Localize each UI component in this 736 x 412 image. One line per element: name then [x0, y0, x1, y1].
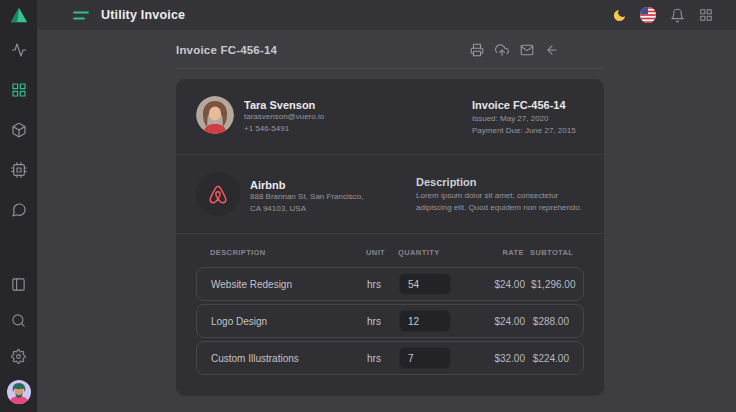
- col-header-description: DESCRIPTION: [210, 248, 360, 257]
- item-subtotal: $288.00: [531, 316, 569, 327]
- invoice-card: Tara Svenson tarasvenson@vuero.io +1 546…: [176, 79, 604, 396]
- language-selector[interactable]: [640, 7, 656, 23]
- back-arrow-icon: [545, 43, 559, 57]
- send-mail-button[interactable]: [519, 42, 535, 58]
- navbar-title: Utility Invoice: [101, 8, 185, 22]
- page-header: Invoice FC-456-14: [176, 42, 604, 69]
- cloud-upload-button[interactable]: [494, 42, 510, 58]
- top-navbar: Utility Invoice: [37, 0, 736, 30]
- hamburger-icon: [73, 10, 89, 21]
- table-row: Website Redesign hrs $24.00 $1,296.00: [196, 267, 584, 301]
- invoice-due-date: Payment Due: June 27, 2015: [472, 125, 584, 137]
- activity-icon: [11, 42, 27, 58]
- sidebar-item-components[interactable]: [0, 150, 37, 190]
- invoice-parties-section: Tara Svenson tarasvenson@vuero.io +1 546…: [176, 79, 604, 155]
- dashboard-grid-icon: [11, 82, 27, 98]
- sidebar-item-messages[interactable]: [0, 190, 37, 230]
- item-description: Custom Illustrations: [211, 353, 361, 364]
- item-rate: $24.00: [463, 279, 525, 290]
- table-header-row: DESCRIPTION UNIT QUANTITY RATE SUBTOTAL: [196, 248, 584, 257]
- item-unit: hrs: [367, 353, 393, 364]
- description-heading: Description: [416, 176, 584, 188]
- box-icon: [11, 122, 27, 138]
- col-header-quantity: QUANTITY: [398, 248, 456, 257]
- sidebar: [0, 0, 37, 412]
- col-header-unit: UNIT: [366, 248, 392, 257]
- company-name: Airbnb: [250, 179, 363, 191]
- description-text: Lorem ipsum dolor sit amet, consectetur …: [416, 190, 584, 214]
- sidebar-item-activity[interactable]: [0, 30, 37, 70]
- company-address-line1: 888 Brannan St, San Francisco,: [250, 191, 363, 203]
- cpu-icon: [11, 162, 27, 178]
- item-description: Logo Design: [211, 316, 361, 327]
- invoice-issued-date: Issued: May 27, 2020: [472, 113, 584, 125]
- customer-avatar-photo: [196, 96, 234, 134]
- table-row: Custom Illustrations hrs $32.00 $224.00: [196, 341, 584, 375]
- apps-menu-button[interactable]: [698, 7, 714, 23]
- apps-grid-icon: [699, 8, 713, 22]
- notifications-button[interactable]: [669, 7, 685, 23]
- sidebar-item-dashboard[interactable]: [0, 70, 37, 110]
- logo-triangle-icon: [9, 6, 29, 24]
- item-subtotal: $1,296.00: [531, 279, 576, 290]
- user-avatar-illustration: [7, 380, 31, 404]
- print-button[interactable]: [469, 42, 485, 58]
- back-button[interactable]: [544, 42, 560, 58]
- mail-icon: [520, 43, 534, 57]
- hamburger-menu[interactable]: [73, 10, 89, 21]
- item-unit: hrs: [367, 316, 393, 327]
- invoice-number: Invoice FC-456-14: [472, 99, 584, 111]
- dark-mode-toggle[interactable]: [611, 7, 627, 23]
- sidebar-item-search[interactable]: [0, 302, 37, 338]
- search-icon: [11, 313, 26, 328]
- quantity-input[interactable]: [399, 310, 451, 332]
- bell-icon: [670, 8, 685, 23]
- gear-icon: [11, 349, 26, 364]
- panel-icon: [11, 277, 26, 292]
- content-area: Invoice FC-456-14: [37, 30, 736, 412]
- col-header-rate: RATE: [462, 248, 524, 257]
- app-window: Utility Invoice: [0, 0, 736, 412]
- customer-name: Tara Svenson: [244, 99, 324, 111]
- item-unit: hrs: [367, 279, 393, 290]
- sidebar-user-avatar[interactable]: [0, 374, 37, 410]
- item-rate: $24.00: [463, 316, 525, 327]
- moon-icon: [612, 8, 627, 23]
- customer-avatar[interactable]: [196, 96, 234, 134]
- quantity-input[interactable]: [399, 347, 451, 369]
- airbnb-logo-icon: [207, 184, 229, 205]
- us-flag-icon: [640, 7, 656, 23]
- page-title: Invoice FC-456-14: [176, 44, 277, 56]
- company-logo-badge: [196, 172, 240, 216]
- item-rate: $32.00: [463, 353, 525, 364]
- company-address-line2: CA 94103, USA: [250, 203, 363, 215]
- sidebar-item-products[interactable]: [0, 110, 37, 150]
- chat-bubble-icon: [11, 202, 27, 218]
- item-subtotal: $224.00: [531, 353, 569, 364]
- invoice-company-section: Airbnb 888 Brannan St, San Francisco, CA…: [176, 155, 604, 234]
- sidebar-item-panels[interactable]: [0, 266, 37, 302]
- quantity-input[interactable]: [399, 273, 451, 295]
- item-description: Website Redesign: [211, 279, 361, 290]
- app-logo[interactable]: [0, 0, 37, 30]
- col-header-subtotal: SUBTOTAL: [530, 248, 573, 257]
- invoice-items-table: DESCRIPTION UNIT QUANTITY RATE SUBTOTAL …: [176, 234, 604, 396]
- print-icon: [470, 43, 484, 57]
- cloud-upload-icon: [495, 43, 509, 57]
- customer-phone: +1 546-5491: [244, 123, 324, 135]
- table-row: Logo Design hrs $24.00 $288.00: [196, 304, 584, 338]
- customer-email: tarasvenson@vuero.io: [244, 111, 324, 123]
- sidebar-item-settings[interactable]: [0, 338, 37, 374]
